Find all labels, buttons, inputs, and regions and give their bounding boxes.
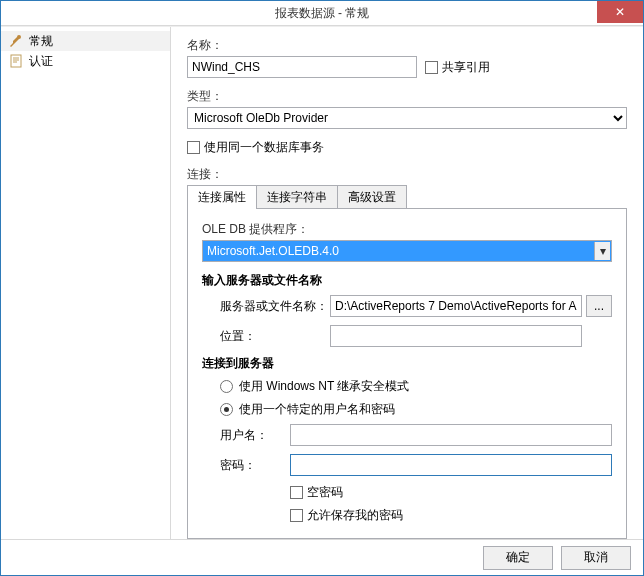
- name-label: 名称：: [187, 37, 627, 54]
- save-pw-label: 允许保存我的密码: [307, 507, 403, 524]
- tab-advanced[interactable]: 高级设置: [337, 185, 407, 209]
- ok-button[interactable]: 确定: [483, 546, 553, 570]
- checkbox-icon: [290, 486, 303, 499]
- connect-heading: 连接到服务器: [202, 355, 612, 372]
- checkbox-icon: [187, 141, 200, 154]
- dialog-window: 报表数据源 - 常规 ✕ 常规 认证 名称：: [0, 0, 644, 576]
- radio-user[interactable]: 使用一个特定的用户名和密码: [220, 401, 612, 418]
- type-label: 类型：: [187, 88, 627, 105]
- provider-select[interactable]: Microsoft.Jet.OLEDB.4.0 ▾: [202, 240, 612, 262]
- tab-conn-props[interactable]: 连接属性: [187, 185, 257, 209]
- name-input[interactable]: [187, 56, 417, 78]
- provider-label: OLE DB 提供程序：: [202, 221, 612, 238]
- sidebar-item-label: 常规: [29, 33, 53, 50]
- sidebar: 常规 认证: [1, 27, 171, 539]
- conn-tabs: 连接属性 连接字符串 高级设置: [187, 185, 627, 209]
- main-panel: 名称： 共享引用 类型： Microsoft OleDb Provider 使用…: [171, 27, 643, 539]
- radio-nt[interactable]: 使用 Windows NT 继承安全模式: [220, 378, 612, 395]
- sidebar-item-auth[interactable]: 认证: [1, 51, 170, 71]
- same-tx-label: 使用同一个数据库事务: [204, 139, 324, 156]
- save-pw-checkbox[interactable]: 允许保存我的密码: [290, 507, 612, 524]
- radio-icon: [220, 380, 233, 393]
- tab-body: OLE DB 提供程序： Microsoft.Jet.OLEDB.4.0 ▾ 输…: [187, 208, 627, 539]
- checkbox-icon: [425, 61, 438, 74]
- password-label: 密码：: [220, 457, 290, 474]
- sidebar-item-general[interactable]: 常规: [1, 31, 170, 51]
- browse-button[interactable]: ...: [586, 295, 612, 317]
- sidebar-item-label: 认证: [29, 53, 53, 70]
- window-title: 报表数据源 - 常规: [275, 5, 370, 22]
- close-button[interactable]: ✕: [597, 1, 643, 23]
- titlebar: 报表数据源 - 常规 ✕: [1, 1, 643, 26]
- empty-pw-label: 空密码: [307, 484, 343, 501]
- radio-user-label: 使用一个特定的用户名和密码: [239, 401, 395, 418]
- footer: 确定 取消: [1, 539, 643, 575]
- conn-label: 连接：: [187, 166, 627, 183]
- server-file-heading: 输入服务器或文件名称: [202, 272, 612, 289]
- empty-pw-checkbox[interactable]: 空密码: [290, 484, 612, 501]
- dialog-body: 常规 认证 名称： 共享引用 类型： Microsoft O: [1, 26, 643, 539]
- password-input[interactable]: [290, 454, 612, 476]
- tab-conn-string[interactable]: 连接字符串: [256, 185, 338, 209]
- ellipsis-icon: ...: [594, 299, 604, 313]
- share-ref-label: 共享引用: [442, 59, 490, 76]
- location-label: 位置：: [220, 328, 330, 345]
- username-input[interactable]: [290, 424, 612, 446]
- server-file-input[interactable]: [330, 295, 582, 317]
- checkbox-icon: [290, 509, 303, 522]
- same-tx-checkbox[interactable]: 使用同一个数据库事务: [187, 139, 627, 156]
- cert-icon: [9, 54, 23, 68]
- server-file-label: 服务器或文件名称：: [220, 298, 330, 315]
- radio-icon: [220, 403, 233, 416]
- provider-value: Microsoft.Jet.OLEDB.4.0: [207, 244, 339, 258]
- wrench-icon: [9, 34, 23, 48]
- radio-nt-label: 使用 Windows NT 继承安全模式: [239, 378, 409, 395]
- username-label: 用户名：: [220, 427, 290, 444]
- chevron-down-icon: ▾: [594, 242, 610, 260]
- location-input[interactable]: [330, 325, 582, 347]
- svg-rect-0: [11, 55, 21, 67]
- type-select[interactable]: Microsoft OleDb Provider: [187, 107, 627, 129]
- share-ref-checkbox[interactable]: 共享引用: [425, 59, 490, 76]
- cancel-button[interactable]: 取消: [561, 546, 631, 570]
- close-icon: ✕: [615, 5, 625, 19]
